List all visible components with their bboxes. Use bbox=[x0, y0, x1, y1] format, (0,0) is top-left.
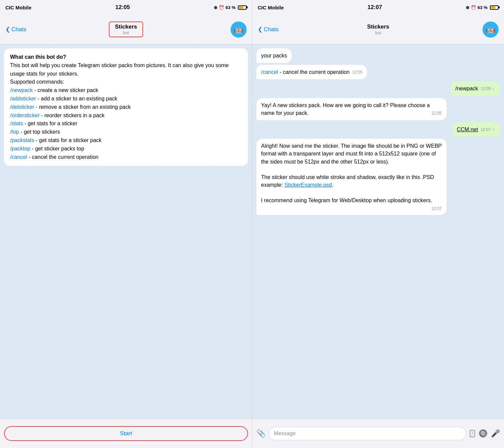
cmd-addsticker-desc: - add a sticker to an existing pack bbox=[36, 96, 117, 101]
left-avatar[interactable]: 🤖 bbox=[230, 21, 247, 38]
right-status-icons: ⊕ ⏰ 63 % bbox=[466, 5, 499, 10]
cmd-newpack[interactable]: /newpack bbox=[10, 87, 33, 93]
attachment-icon[interactable]: 📎 bbox=[256, 429, 265, 438]
cmd-stats[interactable]: /stats bbox=[10, 121, 23, 126]
left-bottom-bar: Start bbox=[0, 418, 252, 448]
left-carrier: CIC Mobile bbox=[5, 5, 32, 10]
sticker-icon[interactable]: 🔘 bbox=[478, 429, 488, 438]
battery-icon bbox=[238, 5, 247, 10]
right-nav-title: Stickers bbox=[367, 24, 389, 30]
mic-icon[interactable]: 🎤 bbox=[491, 429, 500, 438]
cmd-packtop-desc: - get sticker packs top bbox=[30, 146, 84, 151]
commands-icon[interactable]: / bbox=[470, 430, 475, 437]
cmd-top-desc: - get top stickers bbox=[19, 129, 60, 135]
msg-ccmnet-text[interactable]: CCM.net bbox=[457, 127, 478, 132]
right-battery-icon bbox=[490, 5, 499, 10]
alarm-icon: ⏰ bbox=[219, 5, 224, 10]
cmd-stats-desc: - get stats for a sticker bbox=[23, 121, 77, 126]
msg-your-packs: your packs bbox=[256, 48, 292, 63]
cmd-delsticker-desc: - remove a sticker from an existing pack bbox=[34, 104, 131, 110]
cmd-packstats[interactable]: /packstats bbox=[10, 137, 34, 143]
msg-alright-text: Alright! Now send me the sticker. The im… bbox=[261, 143, 442, 188]
msg-cancel-desc: - cancel the current operation bbox=[280, 69, 349, 75]
cmd-delsticker[interactable]: /delsticker bbox=[10, 104, 34, 110]
msg-your-packs-text: your packs bbox=[261, 53, 287, 58]
right-nav-subtitle: bot bbox=[367, 30, 389, 35]
info-heading: What can this bot do? bbox=[10, 54, 66, 60]
msg-cancel-cmd[interactable]: /cancel bbox=[261, 69, 278, 75]
info-body: This bot will help you create Telegram s… bbox=[10, 62, 229, 85]
left-back-button[interactable]: ❮ Chats bbox=[5, 26, 26, 33]
right-avatar[interactable]: 🤖 bbox=[482, 21, 499, 38]
cmd-ordersticker[interactable]: /ordersticker bbox=[10, 113, 40, 118]
checkmark-icon-2: ✓ bbox=[492, 127, 495, 132]
chevron-left-icon: ❮ bbox=[5, 26, 10, 33]
cmd-packstats-desc: - get stats for a sticker pack bbox=[34, 137, 101, 143]
message-placeholder: Message bbox=[274, 431, 296, 437]
left-back-label: Chats bbox=[11, 26, 26, 33]
left-nav-subtitle: bot bbox=[115, 30, 137, 35]
msg-cancel-time: 12:05 bbox=[352, 70, 362, 75]
msg-cancel-incoming: /cancel - cancel the current operation 1… bbox=[256, 65, 367, 79]
start-button[interactable]: Start bbox=[4, 426, 248, 441]
msg-yay-time: 12:05 bbox=[431, 110, 442, 116]
right-location-icon: ⊕ bbox=[466, 5, 469, 10]
sticker-example-link[interactable]: StickerExample.psd bbox=[284, 182, 332, 188]
msg-newpack-text: /newpack bbox=[455, 86, 478, 91]
right-back-button[interactable]: ❮ Chats bbox=[258, 26, 279, 33]
battery-pct: 63 % bbox=[225, 5, 236, 10]
checkmark-icon: ✓ bbox=[492, 86, 495, 91]
cmd-cancel-desc: - cancel the current operation bbox=[27, 154, 99, 160]
right-nav-bar: ❮ Chats Stickers bot 🤖 bbox=[252, 15, 504, 44]
msg-newpack-time: 12:05 ✓ bbox=[481, 86, 495, 92]
left-nav-title-group: Stickers bot bbox=[109, 21, 143, 37]
right-carrier: CIC Mobile bbox=[258, 5, 284, 10]
msg-ccmnet-time: 12:07 ✓ bbox=[481, 127, 495, 133]
right-back-label: Chats bbox=[264, 26, 279, 33]
left-nav-bar: ❮ Chats Stickers bot 🤖 bbox=[0, 15, 252, 44]
right-chevron-left-icon: ❮ bbox=[258, 26, 262, 33]
message-input-container[interactable]: Message bbox=[269, 427, 466, 440]
right-time: 12:07 bbox=[368, 4, 382, 11]
msg-ccmnet-out: CCM.net 12:07 ✓ bbox=[452, 122, 500, 137]
location-icon: ⊕ bbox=[214, 5, 217, 10]
left-info-bubble: What can this bot do? This bot will help… bbox=[4, 48, 248, 166]
cmd-addsticker[interactable]: /addsticker bbox=[10, 96, 36, 101]
right-status-bar: CIC Mobile 12:07 ⊕ ⏰ 63 % bbox=[252, 0, 504, 15]
msg-yay-text: Yay! A new stickers pack. How are we goi… bbox=[261, 102, 430, 116]
right-battery-pct: 63 % bbox=[477, 5, 488, 10]
right-chat-area: your packs /cancel - cancel the current … bbox=[252, 44, 504, 418]
left-chat-area: What can this bot do? This bot will help… bbox=[0, 44, 252, 418]
left-status-bar: CIC Mobile 12:05 ⊕ ⏰ 63 % bbox=[0, 0, 252, 15]
cmd-newpack-desc: - create a new sticker pack bbox=[33, 87, 98, 93]
msg-alright: Alright! Now send me the sticker. The im… bbox=[256, 139, 447, 215]
right-nav-title-group: Stickers bot bbox=[367, 24, 389, 35]
cmd-ordersticker-desc: - reorder stickers in a pack bbox=[40, 113, 104, 118]
right-bottom-bar: 📎 Message / 🔘 🎤 bbox=[252, 418, 504, 448]
msg-alright-time: 12:07 bbox=[431, 206, 442, 212]
cmd-cancel[interactable]: /cancel bbox=[10, 154, 27, 160]
msg-yay: Yay! A new stickers pack. How are we goi… bbox=[256, 98, 447, 120]
cmd-top[interactable]: /top bbox=[10, 129, 19, 135]
right-alarm-icon: ⏰ bbox=[471, 5, 476, 10]
msg-newpack-out: /newpack 12:05 ✓ bbox=[451, 81, 500, 96]
left-status-icons: ⊕ ⏰ 63 % bbox=[214, 5, 247, 10]
left-time: 12:05 bbox=[115, 4, 130, 11]
left-nav-title: Stickers bbox=[115, 24, 137, 30]
right-panel: CIC Mobile 12:07 ⊕ ⏰ 63 % ❮ Chats Sticke… bbox=[252, 0, 504, 448]
cmd-packtop[interactable]: /packtop bbox=[10, 146, 30, 151]
left-panel: CIC Mobile 12:05 ⊕ ⏰ 63 % ❮ Chats Sticke… bbox=[0, 0, 252, 448]
